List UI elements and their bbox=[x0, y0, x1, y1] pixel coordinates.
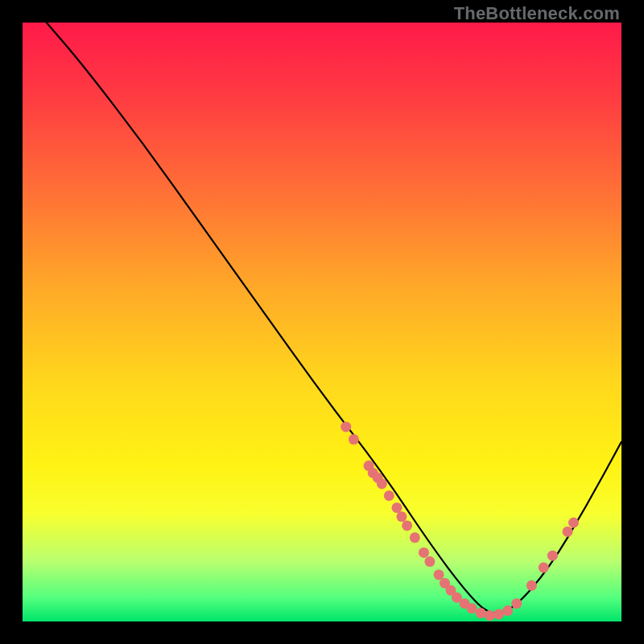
curve-marker bbox=[502, 605, 513, 616]
curve-marker bbox=[377, 478, 387, 489]
curve-marker bbox=[476, 608, 486, 618]
curve-marker bbox=[341, 422, 351, 432]
curve-marker bbox=[349, 434, 359, 444]
curve-marker bbox=[434, 569, 444, 580]
curve-marker bbox=[467, 603, 477, 613]
curve-marker bbox=[493, 609, 504, 620]
curve-marker bbox=[410, 532, 420, 543]
bottleneck-chart bbox=[0, 0, 644, 644]
curve-marker bbox=[526, 580, 537, 591]
bottleneck-curve-path bbox=[47, 23, 621, 613]
curve-marker bbox=[485, 610, 495, 621]
curve-marker bbox=[392, 502, 402, 513]
marker-layer bbox=[341, 422, 579, 621]
curve-marker bbox=[547, 551, 558, 561]
curve-marker bbox=[402, 520, 412, 530]
curve-marker bbox=[419, 547, 429, 558]
curve-marker bbox=[539, 563, 549, 573]
curve-marker bbox=[424, 556, 435, 567]
curve-marker bbox=[563, 526, 573, 537]
curve-marker bbox=[384, 490, 394, 501]
curve-layer bbox=[47, 23, 621, 613]
curve-marker bbox=[511, 598, 522, 609]
curve-marker bbox=[396, 511, 407, 522]
curve-marker bbox=[568, 518, 579, 528]
